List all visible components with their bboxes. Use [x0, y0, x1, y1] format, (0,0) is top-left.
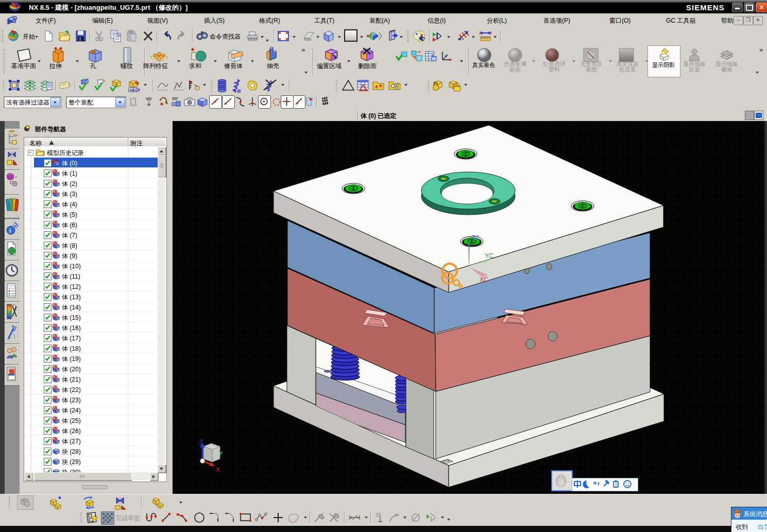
svg-text:ABC: ABC — [130, 88, 138, 92]
svg-text:X: X — [216, 466, 220, 473]
svg-text:YC: YC — [485, 252, 493, 260]
svg-text:Z: Z — [199, 439, 203, 446]
svg-text:ZC: ZC — [471, 234, 480, 242]
svg-text:XC: XC — [480, 276, 488, 283]
